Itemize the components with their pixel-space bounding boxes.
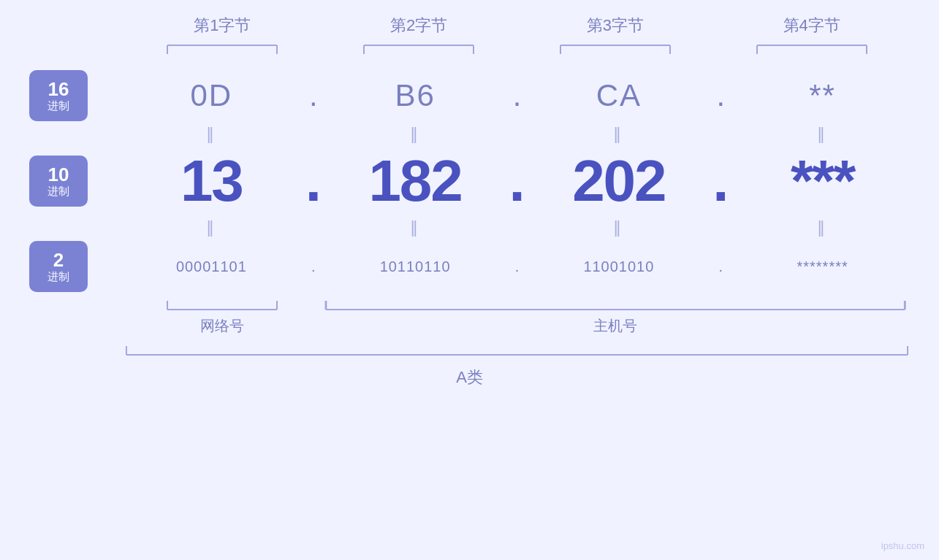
bin-row: 2 进制 00001101 . 10110110 . 11001010 . bbox=[29, 241, 910, 292]
byte2-header: 第2字节 bbox=[321, 15, 517, 37]
hex-values: 0D . B6 . CA . ** bbox=[124, 78, 910, 113]
dec-badge: 10 进制 bbox=[29, 156, 88, 207]
dec-v1: 13 bbox=[180, 148, 243, 213]
hex-v4: ** bbox=[809, 78, 836, 112]
bin-v1: 00001101 bbox=[176, 258, 247, 275]
byte1-header: 第1字节 bbox=[124, 15, 321, 37]
bin-v4: ******** bbox=[797, 258, 848, 275]
dec-dot3: . bbox=[712, 148, 729, 213]
eq2-v4: ‖ bbox=[817, 218, 828, 237]
eq2-v2: ‖ bbox=[410, 218, 421, 237]
bin-dot1: . bbox=[311, 258, 316, 275]
dec-dot2: . bbox=[509, 148, 525, 213]
byte4-header: 第4字节 bbox=[713, 15, 910, 37]
eq2-v1: ‖ bbox=[206, 218, 217, 237]
hex-dot2: . bbox=[513, 78, 522, 112]
eq1-v1: ‖ bbox=[206, 125, 217, 144]
hex-row: 16 进制 0D . B6 . CA . ** bbox=[29, 70, 910, 121]
equals-row-2: ‖ ‖ ‖ ‖ bbox=[124, 218, 910, 237]
hex-badge: 16 进制 bbox=[29, 70, 88, 121]
dec-v4: *** bbox=[791, 148, 854, 213]
dec-v2: 182 bbox=[368, 148, 461, 213]
watermark: ipshu.com bbox=[881, 540, 924, 551]
bin-badge: 2 进制 bbox=[29, 241, 88, 292]
bin-values: 00001101 . 10110110 . 11001010 . *******… bbox=[124, 258, 910, 275]
hex-badge-num: 16 bbox=[48, 79, 69, 100]
dec-dot1: . bbox=[305, 148, 322, 213]
host-label: 主机号 bbox=[321, 316, 910, 336]
eq1-v2: ‖ bbox=[410, 125, 421, 144]
main-container: 第1字节 第2字节 第3字节 第4字节 bbox=[0, 0, 939, 560]
net-host-labels: 网络号 主机号 bbox=[124, 316, 910, 336]
class-label: A类 bbox=[456, 367, 483, 388]
dec-v3: 202 bbox=[572, 148, 665, 213]
net-label: 网络号 bbox=[124, 316, 321, 336]
byte3-header: 第3字节 bbox=[517, 15, 714, 37]
bin-v3: 11001010 bbox=[583, 258, 654, 275]
top-brackets bbox=[124, 42, 910, 55]
hex-dot3: . bbox=[716, 78, 725, 112]
class-label-row: A类 bbox=[29, 367, 910, 388]
bin-v2: 10110110 bbox=[380, 258, 451, 275]
bin-dot2: . bbox=[515, 258, 520, 275]
dec-badge-num: 10 bbox=[48, 164, 69, 185]
hex-v1: 0D bbox=[191, 78, 233, 112]
hex-v2: B6 bbox=[395, 78, 435, 112]
dec-badge-unit: 进制 bbox=[47, 185, 69, 198]
byte-headers: 第1字节 第2字节 第3字节 第4字节 bbox=[124, 15, 910, 37]
eq1-v4: ‖ bbox=[817, 125, 828, 144]
bottom-big-bracket bbox=[124, 343, 910, 361]
bin-badge-unit: 进制 bbox=[47, 270, 69, 283]
bin-dot3: . bbox=[718, 258, 723, 275]
bin-badge-num: 2 bbox=[53, 250, 64, 271]
hex-badge-unit: 进制 bbox=[47, 99, 69, 112]
bottom-brackets-split bbox=[124, 298, 910, 312]
dec-values: 13 . 182 . 202 . *** bbox=[124, 147, 910, 215]
hex-v3: CA bbox=[596, 78, 642, 112]
hex-dot1: . bbox=[309, 78, 318, 112]
equals-row-1: ‖ ‖ ‖ ‖ bbox=[124, 125, 910, 144]
eq2-v3: ‖ bbox=[613, 218, 624, 237]
dec-row: 10 进制 13 . 182 . 202 . *** bbox=[29, 147, 910, 215]
eq1-v3: ‖ bbox=[613, 125, 624, 144]
